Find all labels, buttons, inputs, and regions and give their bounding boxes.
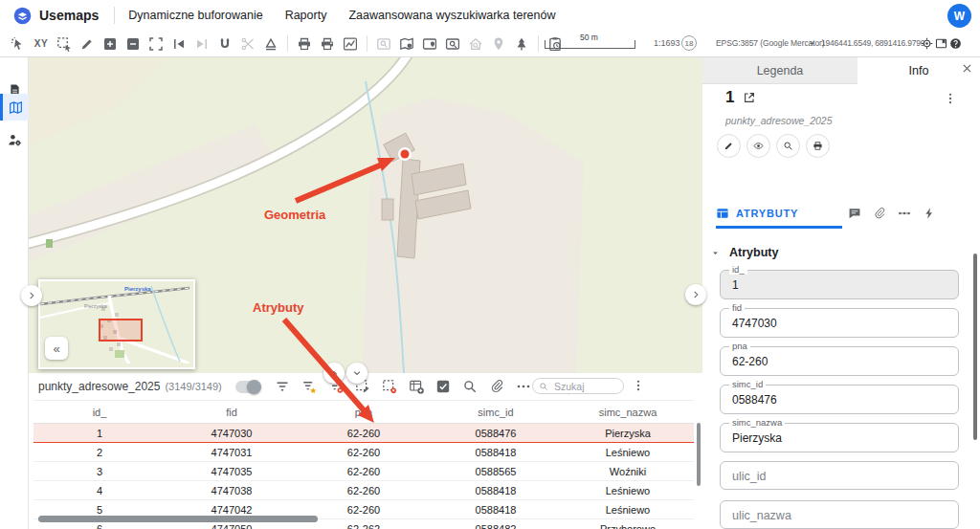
table-panel-collapse-button[interactable] <box>346 363 368 384</box>
help-icon[interactable] <box>949 37 962 50</box>
zoom-in-button[interactable] <box>100 33 121 55</box>
previous-view-button[interactable] <box>168 33 189 55</box>
field-simc_id[interactable]: simc_id0588476 <box>720 385 959 414</box>
expand-left-panel-button[interactable] <box>21 285 42 306</box>
column-header-id_[interactable]: id_ <box>33 401 166 424</box>
full-extent-button[interactable] <box>145 33 167 55</box>
cell-fid: 4747038 <box>166 481 298 500</box>
scissors-icon <box>240 36 256 52</box>
cell-simc_nazwa: Leśniewo <box>562 500 694 519</box>
card-pin-button[interactable] <box>419 33 440 55</box>
table-row[interactable]: 3474703562-2600588565Woźniki <box>33 462 694 481</box>
panel-scrollbar[interactable] <box>973 253 977 440</box>
image-search-button[interactable] <box>373 33 394 55</box>
menu-item-advanced-parcel-search[interactable]: Zaawansowana wyszukiwarka terenów <box>348 9 555 22</box>
table-row[interactable]: 4474703862-2600588418Leśniewo <box>33 481 694 500</box>
tab-legenda[interactable]: Legenda <box>702 57 858 84</box>
grid-plus-icon <box>409 379 424 394</box>
xy-coordinates-button[interactable]: XY <box>31 33 52 55</box>
address-search-button[interactable] <box>465 33 486 55</box>
multi-select-button[interactable] <box>431 375 456 398</box>
column-header-simc_nazwa[interactable]: simc_nazwa <box>562 401 694 424</box>
chart-button[interactable] <box>340 33 361 55</box>
subtab-attributes[interactable]: ATRYBUTY <box>716 207 842 220</box>
selection-clear-button[interactable] <box>377 375 402 398</box>
card-pin-icon <box>422 36 437 52</box>
printer-icon <box>297 36 312 52</box>
tree-tool-button[interactable] <box>511 33 532 55</box>
search-input[interactable] <box>552 380 621 393</box>
field-label: simc_nazwa <box>729 418 785 428</box>
sidebar-item-map[interactable] <box>0 94 29 121</box>
visibility-button[interactable] <box>746 134 770 158</box>
section-caret-icon <box>710 248 721 258</box>
field-ulic_nazwa[interactable]: ulic_nazwa <box>720 500 959 529</box>
user-avatar[interactable]: W <box>947 4 971 28</box>
table-row[interactable]: 1474703062-2600588476Pierzyska <box>33 424 694 443</box>
next-view-button[interactable] <box>191 33 212 55</box>
tree-icon <box>514 36 529 52</box>
table-horizontal-scrollbar[interactable] <box>38 516 318 522</box>
subtab-relations[interactable] <box>892 207 917 220</box>
plot-export-button[interactable] <box>260 33 281 55</box>
filter-button[interactable] <box>270 375 295 398</box>
card-search-button[interactable] <box>442 33 463 55</box>
print-feature-button[interactable] <box>806 134 830 158</box>
field-ulic_id[interactable]: ulic_id <box>720 461 959 490</box>
add-record-button[interactable] <box>404 375 429 398</box>
snapping-button[interactable] <box>214 33 235 55</box>
cell-simc_nazwa: Leśniewo <box>562 443 694 462</box>
chevron-down-icon[interactable] <box>807 38 817 49</box>
subtab-actions-history[interactable] <box>917 207 942 220</box>
field-pna[interactable]: pna62-260 <box>720 346 959 376</box>
print-button[interactable] <box>294 33 315 55</box>
search-records-button[interactable] <box>457 375 482 398</box>
subtab-comments[interactable] <box>842 207 867 220</box>
menu-item-dynamic-buffering[interactable]: Dynamiczne buforowanie <box>128 9 262 22</box>
identify-on-map-button[interactable] <box>396 33 417 55</box>
field-value: 1 <box>721 271 958 292</box>
zoom-out-button[interactable] <box>122 33 144 55</box>
marquee-select-icon <box>56 36 72 52</box>
edit-button[interactable] <box>717 134 741 158</box>
field-simc_nazwa[interactable]: simc_nazwaPierzyska <box>720 423 959 452</box>
cell-simc_id: 0588418 <box>430 500 562 519</box>
zoom-in-box-icon <box>102 36 118 52</box>
box-select-button[interactable] <box>54 33 75 55</box>
lightning-icon <box>923 207 936 220</box>
column-header-fid[interactable]: fid <box>166 401 298 424</box>
inset-collapse-button[interactable]: « <box>45 337 68 360</box>
table-toggle-switch[interactable] <box>235 381 260 393</box>
external-link-icon[interactable] <box>743 91 756 104</box>
field-fid[interactable]: fid4747030 <box>720 308 959 338</box>
table-menu-icon[interactable] <box>632 379 645 392</box>
feedback-icon[interactable] <box>935 37 947 50</box>
table-vertical-scrollbar[interactable] <box>697 423 701 486</box>
smart-select-button[interactable] <box>8 33 29 55</box>
column-header-pna[interactable]: pna <box>298 401 430 424</box>
table-layer-name: punkty_adresowe_2025 <box>38 380 160 393</box>
print-advanced-button[interactable] <box>317 33 338 55</box>
cut-geometry-button[interactable] <box>237 33 258 55</box>
usemaps-app: Usemaps Dynamiczne buforowanieRaportyZaa… <box>0 0 980 529</box>
table-row[interactable]: 2474703162-2600588418Leśniewo <box>33 443 694 462</box>
sidebar-item-users-admin[interactable] <box>0 128 29 151</box>
field-id_[interactable]: id_1 <box>720 270 959 299</box>
filter-favorite-button[interactable] <box>297 375 322 398</box>
zoom-out-box-icon <box>125 36 141 52</box>
table-panel-expand-button[interactable] <box>323 363 345 384</box>
attributes-section-header[interactable]: Atrybuty <box>710 246 778 259</box>
geolocate-icon[interactable] <box>921 37 933 50</box>
column-header-simc_id[interactable]: simc_id <box>430 401 562 424</box>
draw-measure-button[interactable] <box>77 33 98 55</box>
location-pin-button[interactable] <box>488 33 509 55</box>
collapse-info-panel-button[interactable] <box>685 284 706 305</box>
feature-menu-icon[interactable] <box>944 92 957 105</box>
attachments-button[interactable] <box>484 375 509 398</box>
close-icon[interactable] <box>961 62 973 75</box>
zoom-to-button[interactable] <box>776 134 800 158</box>
cell-pna: 62-260 <box>298 462 430 481</box>
subtab-attachments[interactable] <box>867 207 892 220</box>
menu-item-reports[interactable]: Raporty <box>285 9 327 22</box>
feature-subtabs: ATRYBUTY <box>716 201 967 226</box>
